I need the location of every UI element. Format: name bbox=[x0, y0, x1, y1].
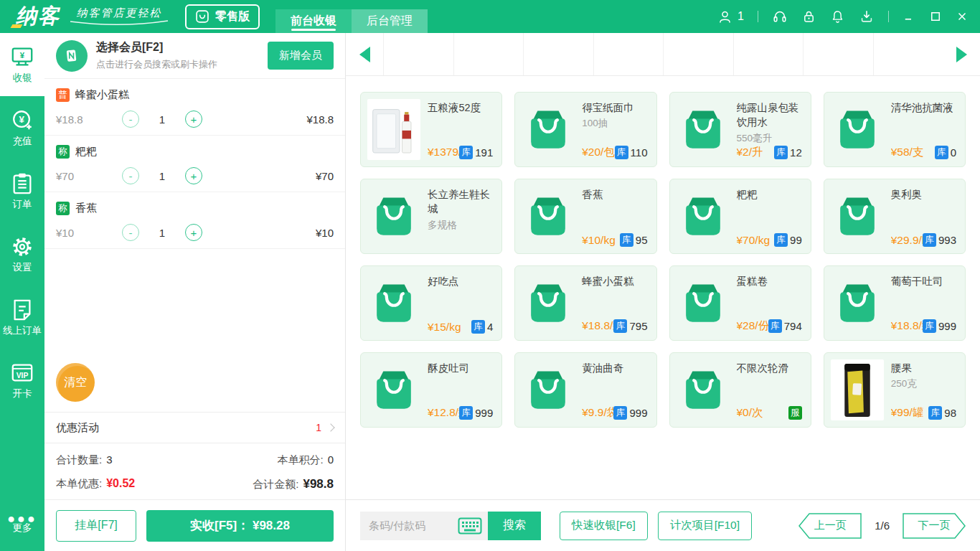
add-member-button[interactable]: 新增会员 bbox=[268, 42, 334, 70]
product-price: ¥12.8/袋 bbox=[428, 405, 459, 420]
category-tab[interactable] bbox=[663, 33, 733, 75]
product-card[interactable]: 好吃点 ¥15/kg 库 4 bbox=[360, 265, 502, 341]
minus-button[interactable]: - bbox=[122, 167, 139, 184]
product-bottom-row: ¥12.8/袋 库 999 bbox=[428, 405, 493, 420]
stock-count: 999 bbox=[629, 407, 647, 419]
product-stock: 库 191 bbox=[459, 146, 493, 159]
product-card[interactable]: 得宝纸面巾 100抽 ¥20/包 库 110 bbox=[514, 92, 656, 167]
product-card[interactable]: 奥利奥 ¥29.9/kg 库 993 bbox=[824, 179, 966, 254]
divider bbox=[888, 11, 889, 22]
clear-cart-button[interactable]: 清空 bbox=[56, 363, 95, 402]
plus-button[interactable]: + bbox=[185, 110, 202, 128]
quick-cashier-button[interactable]: 快速收银[F6] bbox=[560, 512, 648, 540]
keyboard-icon[interactable] bbox=[458, 517, 482, 534]
product-card[interactable]: 黄油曲奇 ¥9.9/袋 库 999 bbox=[514, 352, 656, 428]
category-tabs bbox=[383, 33, 943, 75]
sidebar-item-cashier[interactable]: ¥ 收银 bbox=[0, 33, 44, 96]
pay-button[interactable]: 实收[F5]： ¥98.28 bbox=[146, 510, 334, 542]
main: ¥ 收银 ¥ 充值 订单 bbox=[0, 33, 980, 551]
product-bottom-row: ¥70/kg 库 99 bbox=[737, 233, 802, 247]
member-select-row[interactable]: 选择会员[F2] 点击进行会员搜索或刷卡操作 新增会员 bbox=[44, 33, 345, 79]
product-price: ¥15/kg bbox=[428, 321, 471, 334]
minus-button[interactable]: - bbox=[122, 110, 139, 128]
hold-order-button[interactable]: 挂单[F7] bbox=[56, 510, 136, 542]
product-card[interactable]: 不限次轮滑 ¥0/次 服 bbox=[669, 352, 811, 428]
notification-bell-icon[interactable] bbox=[830, 9, 845, 24]
category-tab[interactable] bbox=[523, 33, 593, 75]
cart-item[interactable]: 称 香蕉 ¥10 - 1 + ¥10 bbox=[44, 192, 345, 249]
product-photo-jar bbox=[831, 359, 884, 420]
category-tab[interactable] bbox=[383, 33, 453, 75]
recharge-icon: ¥ bbox=[10, 108, 34, 133]
category-tab[interactable] bbox=[803, 33, 873, 75]
product-bottom-row: ¥58/支 库 0 bbox=[891, 145, 956, 160]
cart-item[interactable]: 普 蜂蜜小蛋糕 ¥18.8 - 1 + ¥18.8 bbox=[44, 79, 345, 136]
support-headset-icon[interactable] bbox=[772, 9, 788, 24]
product-card[interactable]: 葡萄干吐司 ¥18.8/袋 库 999 bbox=[824, 265, 966, 341]
item-amount: ¥18.8 bbox=[306, 113, 334, 126]
barcode-input[interactable] bbox=[369, 519, 458, 532]
count-item-button[interactable]: 计次项目[F10] bbox=[658, 512, 752, 540]
plus-button[interactable]: + bbox=[185, 167, 202, 184]
lock-icon[interactable] bbox=[801, 9, 816, 24]
product-card[interactable]: 长立养生鞋长城 多规格 bbox=[360, 179, 502, 254]
sidebar-item-online-orders[interactable]: 线上订单 bbox=[0, 286, 44, 349]
sidebar-item-vip-card[interactable]: VIP 开卡 bbox=[0, 349, 44, 412]
product-card[interactable]: 五粮液52度 ¥1379/瓶 库 191 bbox=[360, 92, 502, 167]
sidebar-item-orders[interactable]: 订单 bbox=[0, 159, 44, 222]
sidebar-item-recharge[interactable]: ¥ 充值 bbox=[0, 96, 44, 159]
product-card[interactable]: 香蕉 ¥10/kg 库 95 bbox=[514, 179, 656, 254]
plus-button[interactable]: + bbox=[185, 224, 202, 241]
close-button[interactable] bbox=[956, 10, 969, 23]
product-name: 奥利奥 bbox=[891, 187, 956, 202]
category-tab[interactable] bbox=[593, 33, 664, 75]
product-name: 清华池抗菌液 bbox=[891, 100, 956, 115]
catalog-bottombar: 搜索 快速收银[F6] 计次项目[F10] 上一页 1/6 下一页 bbox=[346, 499, 980, 551]
category-prev-arrow[interactable] bbox=[346, 33, 383, 75]
cart-item[interactable]: 称 粑粑 ¥70 - 1 + ¥70 bbox=[44, 136, 345, 192]
minus-button[interactable]: - bbox=[122, 224, 139, 241]
product-bag-icon bbox=[522, 367, 575, 414]
product-bag-icon bbox=[677, 193, 730, 240]
product-stock: 库 110 bbox=[615, 146, 648, 159]
sidebar-more-button[interactable]: ●●● 更多 bbox=[0, 498, 44, 551]
promo-row[interactable]: 优惠活动 1 bbox=[44, 412, 345, 443]
category-tab[interactable] bbox=[733, 33, 804, 75]
stock-count: 95 bbox=[636, 234, 648, 246]
product-card[interactable]: 纯露山泉包装饮用水 550毫升 ¥2/升 库 12 bbox=[669, 92, 811, 167]
orders-clipboard-icon bbox=[10, 171, 34, 196]
online-user[interactable]: 1 bbox=[717, 9, 744, 24]
product-name: 五粮液52度 bbox=[428, 100, 493, 115]
product-card[interactable]: 清华池抗菌液 ¥58/支 库 0 bbox=[824, 92, 966, 167]
prev-page-button[interactable]: 上一页 bbox=[798, 513, 862, 539]
tab-back-office[interactable]: 后台管理 bbox=[352, 9, 428, 33]
search-button[interactable]: 搜索 bbox=[488, 512, 541, 540]
next-page-button[interactable]: 下一页 bbox=[903, 513, 966, 539]
category-tab[interactable] bbox=[453, 33, 524, 75]
tab-front-cashier[interactable]: 前台收银 bbox=[275, 9, 352, 33]
download-update-icon[interactable] bbox=[859, 9, 875, 24]
online-order-doc-icon bbox=[10, 298, 34, 322]
product-stock: 库 98 bbox=[928, 406, 956, 420]
product-bag-icon bbox=[522, 280, 575, 327]
svg-text:VIP: VIP bbox=[17, 372, 29, 380]
item-name: 蜂蜜小蛋糕 bbox=[75, 88, 129, 102]
product-bottom-row: ¥28/份 库 794 bbox=[737, 319, 802, 334]
product-card[interactable]: 腰果 250克 ¥99/罐 库 98 bbox=[824, 352, 966, 428]
product-card[interactable]: 蜂蜜小蛋糕 ¥18.8/袋 库 795 bbox=[514, 265, 656, 341]
minimize-button[interactable] bbox=[903, 10, 915, 23]
category-next-arrow[interactable] bbox=[943, 33, 980, 75]
sidebar-item-settings[interactable]: 设置 bbox=[0, 222, 44, 286]
maximize-button[interactable] bbox=[929, 10, 942, 23]
titlebar-right: 1 bbox=[717, 9, 969, 24]
product-bag-icon bbox=[522, 193, 575, 240]
product-card[interactable]: 酥皮吐司 ¥12.8/袋 库 999 bbox=[360, 352, 502, 428]
product-bag-icon bbox=[367, 280, 420, 327]
stock-count: 99 bbox=[790, 234, 802, 246]
product-name: 得宝纸面巾 bbox=[582, 100, 647, 115]
product-bottom-row: ¥10/kg 库 95 bbox=[582, 233, 647, 247]
product-card[interactable]: 蛋糕卷 ¥28/份 库 794 bbox=[669, 265, 811, 341]
product-card[interactable]: 粑粑 ¥70/kg 库 99 bbox=[669, 179, 811, 254]
category-tab[interactable] bbox=[873, 33, 943, 75]
stock-count: 0 bbox=[951, 146, 956, 159]
